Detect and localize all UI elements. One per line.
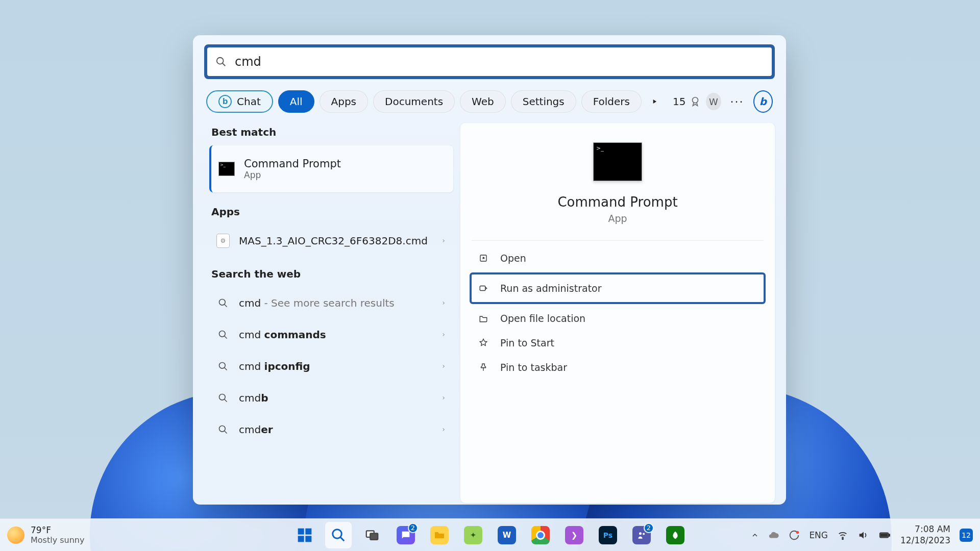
- action-run-admin[interactable]: Run as administrator: [470, 272, 766, 304]
- open-icon: [478, 254, 489, 263]
- taskbar-clock[interactable]: 7:08 AM 12/18/2023: [900, 524, 950, 545]
- web-result-row[interactable]: cmd ipconfig: [209, 350, 453, 382]
- action-pin-start[interactable]: Pin to Start: [472, 331, 764, 355]
- detail-pane: Command Prompt App Open Run as administr…: [460, 123, 775, 503]
- cloud-icon: [768, 530, 779, 541]
- tray-update[interactable]: [789, 530, 800, 541]
- svg-point-5: [219, 331, 226, 337]
- apps-result-row[interactable]: ⚙ MAS_1.3_AIO_CRC32_6F6382D8.cmd: [209, 225, 453, 257]
- filter-more-arrow[interactable]: [647, 92, 663, 111]
- detail-title: Command Prompt: [472, 194, 764, 210]
- action-open-location-label: Open file location: [500, 313, 585, 324]
- chevron-right-icon: [441, 299, 446, 307]
- account-avatar[interactable]: W: [706, 93, 721, 110]
- admin-icon: [478, 284, 489, 293]
- web-result-row[interactable]: cmd - See more search results: [209, 287, 453, 319]
- search-bar[interactable]: [207, 47, 772, 76]
- bing-button[interactable]: b: [753, 90, 773, 113]
- action-open[interactable]: Open: [472, 246, 764, 270]
- tray-language[interactable]: ENG: [809, 530, 828, 540]
- filter-row: b Chat All Apps Documents Web Settings F…: [204, 90, 775, 113]
- taskbar-center: 2 ✦ W ❯ Ps 2: [291, 522, 689, 548]
- pin-taskbar-icon: [478, 363, 489, 372]
- chevron-right-icon: [441, 331, 446, 339]
- start-button[interactable]: [291, 522, 318, 548]
- web-result-text: cmdb: [239, 392, 432, 404]
- search-icon: [216, 330, 230, 340]
- search-input[interactable]: [235, 55, 764, 69]
- detail-app-icon: [593, 142, 642, 181]
- search-icon: [216, 361, 230, 371]
- clock-time: 7:08 AM: [900, 524, 950, 535]
- taskbar-file-explorer[interactable]: [426, 522, 453, 548]
- svg-line-10: [225, 399, 227, 402]
- filter-folders[interactable]: Folders: [581, 90, 642, 113]
- battery-icon: [878, 530, 891, 541]
- tray-battery[interactable]: [878, 530, 891, 541]
- filter-web[interactable]: Web: [460, 90, 506, 113]
- taskbar: 79°F Mostly sunny 2 ✦ W: [0, 518, 980, 551]
- app-icon: ✦: [464, 526, 482, 544]
- taskbar-weather[interactable]: 79°F Mostly sunny: [7, 525, 84, 545]
- xbox-icon: [666, 526, 684, 544]
- svg-line-8: [225, 368, 227, 370]
- results-list: Best match Command Prompt App Apps ⚙ MAS…: [204, 123, 453, 503]
- tray-wifi[interactable]: [837, 530, 848, 541]
- chevron-right-icon: [441, 237, 446, 245]
- taskbar-app-green[interactable]: ✦: [460, 522, 486, 548]
- filter-documents[interactable]: Documents: [373, 90, 455, 113]
- web-result-row[interactable]: cmd commands: [209, 319, 453, 350]
- taskbar-search-button[interactable]: [325, 522, 352, 548]
- best-match-item[interactable]: Command Prompt App: [209, 145, 453, 192]
- best-match-title: Command Prompt: [244, 158, 341, 170]
- tray-volume[interactable]: [857, 530, 869, 541]
- filter-settings[interactable]: Settings: [511, 90, 576, 113]
- filter-all[interactable]: All: [278, 90, 314, 113]
- action-run-admin-label: Run as administrator: [500, 283, 602, 294]
- taskbar-word[interactable]: W: [494, 522, 520, 548]
- rewards-count: 15: [673, 95, 685, 108]
- svg-rect-29: [889, 534, 890, 536]
- action-pin-taskbar[interactable]: Pin to taskbar: [472, 355, 764, 380]
- action-pin-start-label: Pin to Start: [500, 337, 554, 348]
- svg-rect-15: [298, 528, 304, 534]
- more-menu[interactable]: ···: [726, 95, 748, 108]
- svg-line-1: [223, 63, 226, 66]
- app-icon: ❯: [565, 526, 583, 544]
- taskbar-xbox[interactable]: [662, 522, 689, 548]
- filter-apps[interactable]: Apps: [320, 90, 369, 113]
- web-result-row[interactable]: cmdb: [209, 382, 453, 414]
- svg-point-27: [842, 538, 843, 539]
- cmd-file-icon: ⚙: [216, 234, 230, 248]
- tray-overflow[interactable]: [751, 531, 759, 539]
- filter-chat[interactable]: b Chat: [206, 90, 273, 113]
- taskbar-app-purple[interactable]: ❯: [561, 522, 587, 548]
- svg-point-3: [219, 299, 226, 306]
- section-apps: Apps: [211, 206, 453, 218]
- pin-icon: [478, 338, 489, 347]
- action-open-location[interactable]: Open file location: [472, 306, 764, 331]
- section-best-match: Best match: [211, 126, 453, 138]
- notification-button[interactable]: 12: [960, 529, 973, 542]
- chevron-right-icon: [441, 362, 446, 370]
- system-tray: ENG 7:08 AM 12/18/2023 12: [751, 524, 973, 545]
- rewards-points[interactable]: 15: [673, 95, 701, 108]
- svg-rect-22: [370, 533, 378, 540]
- weather-desc: Mostly sunny: [31, 535, 84, 545]
- taskbar-chat[interactable]: 2: [393, 522, 419, 548]
- svg-rect-16: [305, 528, 311, 534]
- search-icon: [216, 424, 230, 435]
- taskbar-photoshop[interactable]: Ps: [595, 522, 621, 548]
- task-view-button[interactable]: [359, 522, 385, 548]
- taskbar-teams[interactable]: 2: [628, 522, 655, 548]
- tray-onedrive[interactable]: [768, 530, 779, 541]
- update-icon: [789, 530, 800, 541]
- search-bar-highlight: [204, 44, 775, 79]
- teams-badge: 2: [644, 523, 654, 533]
- action-open-label: Open: [500, 253, 526, 264]
- apps-result-title: MAS_1.3_AIO_CRC32_6F6382D8.cmd: [239, 234, 432, 248]
- taskbar-chrome[interactable]: [527, 522, 554, 548]
- chevron-right-icon: [441, 425, 446, 434]
- web-result-row[interactable]: cmder: [209, 414, 453, 445]
- best-match-subtitle: App: [244, 170, 341, 180]
